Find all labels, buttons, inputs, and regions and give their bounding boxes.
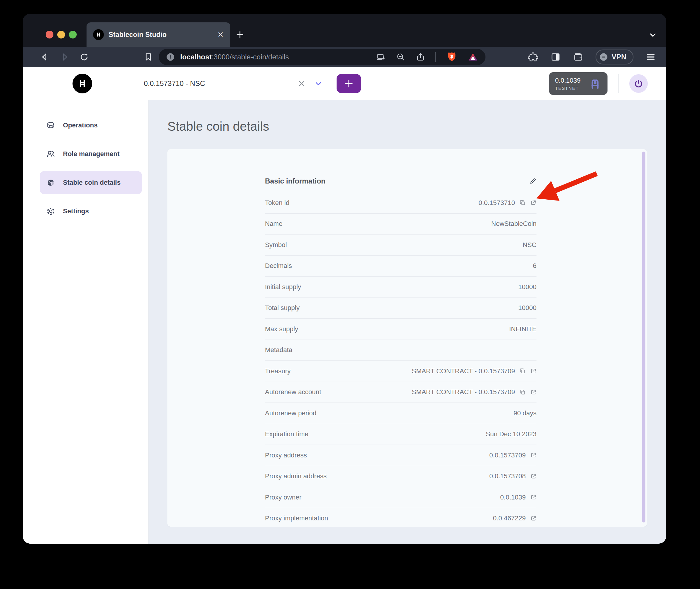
sidebar-item-operations[interactable]: Operations — [40, 114, 142, 137]
reload-icon[interactable] — [79, 52, 89, 62]
brave-rewards-bat-icon[interactable] — [468, 52, 478, 62]
account-id: 0.0.1039 — [555, 77, 580, 84]
urlbar-divider — [435, 52, 436, 62]
detail-label: Metadata — [265, 346, 292, 354]
detail-label: Name — [265, 220, 282, 228]
detail-value: INFINITE — [509, 325, 536, 333]
hedera-logo-icon — [72, 74, 92, 93]
detail-row: Decimals 6 — [265, 256, 536, 277]
copy-icon[interactable] — [519, 368, 526, 374]
token-select[interactable]: 0.0.1573710 - NSC — [144, 79, 323, 88]
detail-label: Treasury — [265, 367, 291, 375]
app-header: 0.0.1573710 - NSC 0.0.1039 TESTNET — [23, 67, 666, 100]
external-link-icon[interactable] — [530, 368, 536, 374]
disconnect-power-button[interactable] — [629, 74, 648, 93]
zoom-out-icon[interactable] — [396, 52, 406, 62]
network-badge: TESTNET — [555, 85, 579, 91]
detail-row: Name NewStableCoin — [265, 214, 536, 235]
users-icon — [46, 150, 55, 159]
detail-value: 90 days — [513, 409, 536, 417]
external-link-icon[interactable] — [530, 515, 536, 522]
extensions-icon[interactable] — [527, 52, 538, 62]
vpn-label: VPN — [612, 53, 626, 61]
sidebar-item-label: Role management — [63, 150, 120, 158]
select-chevron-down-icon[interactable] — [314, 79, 323, 88]
browser-toolbar: localhost:3000/stable-coin/details — [23, 47, 666, 67]
detail-label: Proxy admin address — [265, 472, 327, 480]
detail-value: 10000 — [518, 304, 536, 312]
detail-row: Autorenew period 90 days — [265, 403, 536, 424]
detail-value: SMART CONTRACT - 0.0.1573709 — [412, 388, 515, 396]
annotation-arrow — [531, 166, 603, 204]
bookmark-icon[interactable] — [143, 52, 153, 62]
clear-selection-icon[interactable] — [297, 79, 306, 88]
tab-bar: Stablecoin Studio ✕ — [23, 14, 666, 47]
wallet-icon[interactable] — [573, 52, 584, 62]
add-stablecoin-button[interactable] — [336, 74, 361, 93]
detail-value: NSC — [523, 241, 536, 249]
back-icon[interactable] — [39, 52, 50, 62]
header-divider-2 — [618, 74, 619, 93]
new-tab-button[interactable] — [235, 30, 245, 39]
token-select-value: 0.0.1573710 - NSC — [144, 79, 205, 88]
forward-icon[interactable] — [59, 52, 70, 62]
sidebar-panel-icon[interactable] — [550, 52, 561, 62]
account-pill[interactable]: 0.0.1039 TESTNET — [549, 72, 608, 95]
detail-label: Autorenew account — [265, 388, 321, 396]
sidebar: Operations Role management Stable coin d… — [23, 100, 149, 544]
external-link-icon[interactable] — [530, 473, 536, 479]
card-header: Basic information — [265, 177, 325, 185]
hashpack-wallet-icon — [589, 77, 602, 90]
detail-row: Initial supply 10000 — [265, 276, 536, 298]
detail-row: Expiration time Sun Dec 10 2023 — [265, 424, 536, 445]
detail-label: Symbol — [265, 241, 287, 249]
detail-row: Autorenew account SMART CONTRACT - 0.0.1… — [265, 382, 536, 403]
close-window-button[interactable] — [46, 31, 53, 38]
sidebar-item-settings[interactable]: Settings — [40, 200, 142, 223]
detail-row: Proxy address 0.0.1573709 — [265, 445, 536, 466]
edit-pencil-icon[interactable] — [529, 178, 536, 185]
site-info-icon[interactable] — [166, 52, 175, 61]
sidebar-item-role-management[interactable]: Role management — [40, 142, 142, 166]
external-link-icon[interactable] — [530, 452, 536, 458]
detail-value: SMART CONTRACT - 0.0.1573709 — [412, 367, 515, 375]
detail-value: 0.0.1573708 — [489, 472, 526, 480]
copy-icon[interactable] — [519, 389, 526, 395]
detail-value: Sun Dec 10 2023 — [486, 430, 536, 438]
external-link-icon[interactable] — [530, 389, 536, 395]
copy-icon[interactable] — [519, 200, 526, 206]
sidebar-item-label: Settings — [63, 207, 89, 215]
detail-label: Token id — [265, 199, 289, 207]
tab-search-chevron-icon[interactable] — [648, 30, 657, 39]
send-to-device-icon[interactable] — [376, 52, 386, 62]
zoom-window-button[interactable] — [69, 31, 77, 38]
header-divider — [134, 74, 134, 93]
detail-value: 0.0.467229 — [493, 515, 526, 522]
detail-label: Total supply — [265, 304, 299, 312]
browser-tab[interactable]: Stablecoin Studio ✕ — [86, 22, 230, 47]
card-scrollbar[interactable] — [642, 152, 645, 523]
detail-label: Autorenew period — [265, 409, 316, 417]
vpn-button[interactable]: VPN — [596, 49, 634, 64]
detail-rows: Token id 0.0.1573710 Name NewStableCoin … — [265, 192, 536, 527]
sidebar-item-stable-coin-details[interactable]: Stable coin details — [40, 171, 142, 194]
detail-value: 0.0.1573709 — [489, 451, 526, 459]
sidebar-item-label: Operations — [63, 122, 97, 129]
detail-row: Treasury SMART CONTRACT - 0.0.1573709 — [265, 361, 536, 382]
external-link-icon[interactable] — [530, 200, 536, 206]
detail-row: Proxy implementation 0.0.467229 — [265, 508, 536, 527]
main-panel: Stable coin details Basic information To… — [149, 100, 666, 544]
external-link-icon[interactable] — [530, 494, 536, 501]
share-icon[interactable] — [416, 52, 425, 62]
url-bar[interactable]: localhost:3000/stable-coin/details — [159, 49, 485, 65]
tab-title: Stablecoin Studio — [108, 31, 167, 39]
tab-close-icon[interactable]: ✕ — [217, 31, 224, 38]
menu-hamburger-icon[interactable] — [645, 52, 656, 62]
gear-icon — [46, 207, 55, 216]
detail-label: Expiration time — [265, 430, 308, 438]
brave-shields-icon[interactable] — [446, 51, 457, 63]
minimize-window-button[interactable] — [57, 31, 65, 38]
detail-row: Proxy owner 0.0.1039 — [265, 487, 536, 508]
detail-row: Symbol NSC — [265, 234, 536, 256]
app-content: 0.0.1573710 - NSC 0.0.1039 TESTNET — [23, 67, 666, 544]
